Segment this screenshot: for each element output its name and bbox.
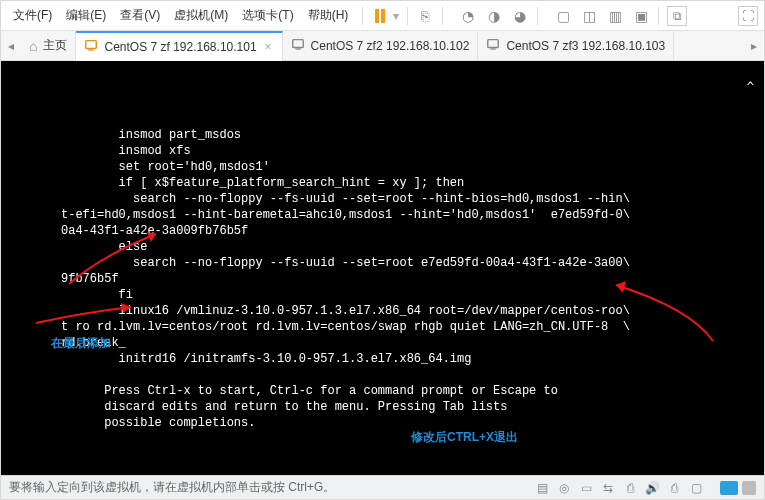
svg-rect-5 xyxy=(491,48,496,49)
svg-rect-2 xyxy=(292,40,303,48)
send-icon[interactable]: ⎘ xyxy=(416,7,434,25)
tab-vm-1[interactable]: CentOS 7 zf 192.168.10.101 × xyxy=(76,31,282,61)
device-cd-icon[interactable]: ◎ xyxy=(556,480,572,496)
vm-icon xyxy=(486,37,500,54)
snapshot-manage-icon[interactable]: ◕ xyxy=(511,7,529,25)
menu-vm[interactable]: 虚拟机(M) xyxy=(168,3,234,28)
app-window: 文件(F) 编辑(E) 查看(V) 虚拟机(M) 选项卡(T) 帮助(H) ▾ … xyxy=(0,0,765,500)
device-sound-icon[interactable]: 🔊 xyxy=(644,480,660,496)
snapshot-icons: ◔ ◑ ◕ xyxy=(459,7,529,25)
scroll-up-icon: ^ xyxy=(747,79,754,95)
tab-label: CentOS 7 zf3 192.168.10.103 xyxy=(506,39,665,53)
menubar: 文件(F) 编辑(E) 查看(V) 虚拟机(M) 选项卡(T) 帮助(H) ▾ … xyxy=(1,1,764,31)
device-display-icon[interactable]: ▢ xyxy=(688,480,704,496)
close-icon[interactable]: × xyxy=(263,40,274,54)
menu-edit[interactable]: 编辑(E) xyxy=(60,3,112,28)
view-single-icon[interactable]: ▢ xyxy=(554,7,572,25)
status-square-icon xyxy=(742,481,756,495)
tab-next-icon[interactable]: ▸ xyxy=(744,39,764,53)
menu-tabs[interactable]: 选项卡(T) xyxy=(236,3,299,28)
separator xyxy=(362,7,363,25)
device-printer-icon[interactable]: ⎙ xyxy=(666,480,682,496)
tab-label: CentOS 7 zf 192.168.10.101 xyxy=(104,40,256,54)
tabbar: ◂ ⌂ 主页 CentOS 7 zf 192.168.10.101 × Cent… xyxy=(1,31,764,61)
view-grid-icon[interactable]: ▥ xyxy=(606,7,624,25)
tab-home[interactable]: ⌂ 主页 xyxy=(21,32,76,60)
separator xyxy=(537,7,538,25)
vm-icon xyxy=(84,38,98,55)
statusbar: 要将输入定向到该虚拟机，请在虚拟机内部单击或按 Ctrl+G。 ▤ ◎ ▭ ⇆ … xyxy=(1,475,764,499)
snapshot-take-icon[interactable]: ◔ xyxy=(459,7,477,25)
separator xyxy=(658,7,659,25)
device-usb-icon[interactable]: ⎙ xyxy=(622,480,638,496)
grub-text: insmod part_msdos insmod xfs set root='h… xyxy=(61,128,630,430)
view-split-icon[interactable]: ◫ xyxy=(580,7,598,25)
svg-rect-0 xyxy=(86,41,97,49)
pause-button[interactable] xyxy=(371,9,389,23)
svg-rect-3 xyxy=(295,48,300,49)
device-icons: ▤ ◎ ▭ ⇆ ⎙ 🔊 ⎙ ▢ xyxy=(534,480,704,496)
separator xyxy=(442,7,443,25)
console-view-button[interactable]: ⧉ xyxy=(667,6,687,26)
view-thumb-icon[interactable]: ▣ xyxy=(632,7,650,25)
home-icon: ⌂ xyxy=(29,38,37,54)
annotation-left: 在最后添加 xyxy=(51,335,111,351)
vm-console[interactable]: ^ insmod part_msdos insmod xfs set root=… xyxy=(1,61,764,477)
tab-vm-2[interactable]: CentOS 7 zf2 192.168.10.102 xyxy=(283,32,479,60)
annotation-bottom: 修改后CTRL+X退出 xyxy=(411,429,518,445)
input-grab-icon[interactable] xyxy=(720,481,738,495)
fullscreen-button[interactable]: ⛶ xyxy=(738,6,758,26)
device-floppy-icon[interactable]: ▭ xyxy=(578,480,594,496)
tab-prev-icon[interactable]: ◂ xyxy=(1,39,21,53)
view-icons: ▢ ◫ ▥ ▣ xyxy=(554,7,650,25)
menu-file[interactable]: 文件(F) xyxy=(7,3,58,28)
separator xyxy=(407,7,408,25)
tab-label: CentOS 7 zf2 192.168.10.102 xyxy=(311,39,470,53)
dropdown-caret-icon[interactable]: ▾ xyxy=(393,9,399,23)
tab-vm-3[interactable]: CentOS 7 zf3 192.168.10.103 xyxy=(478,32,674,60)
vm-icon xyxy=(291,37,305,54)
svg-marker-8 xyxy=(616,281,626,293)
device-hdd-icon[interactable]: ▤ xyxy=(534,480,550,496)
tab-label: 主页 xyxy=(43,37,67,54)
status-text: 要将输入定向到该虚拟机，请在虚拟机内部单击或按 Ctrl+G。 xyxy=(9,479,335,496)
svg-rect-4 xyxy=(488,40,499,48)
menu-view[interactable]: 查看(V) xyxy=(114,3,166,28)
svg-rect-1 xyxy=(89,49,94,50)
device-net-icon[interactable]: ⇆ xyxy=(600,480,616,496)
status-end xyxy=(720,481,756,495)
menu-help[interactable]: 帮助(H) xyxy=(302,3,355,28)
snapshot-revert-icon[interactable]: ◑ xyxy=(485,7,503,25)
